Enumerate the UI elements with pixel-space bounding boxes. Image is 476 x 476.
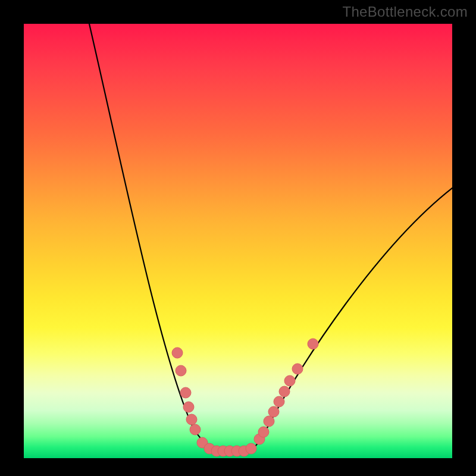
data-marker xyxy=(246,443,256,454)
data-marker xyxy=(284,375,295,386)
chart-svg xyxy=(24,24,452,458)
data-marker xyxy=(186,414,197,425)
data-marker xyxy=(180,387,191,398)
data-marker xyxy=(268,406,279,417)
data-marker xyxy=(308,339,318,349)
data-marker xyxy=(190,424,201,435)
data-marker xyxy=(279,386,290,397)
data-marker xyxy=(183,402,194,412)
bottleneck-curve xyxy=(89,24,452,451)
data-marker xyxy=(258,427,269,437)
plot-area xyxy=(24,24,452,458)
data-marker xyxy=(264,416,274,427)
data-marker xyxy=(292,364,303,374)
data-marker xyxy=(176,365,186,376)
watermark-text: TheBottleneck.com xyxy=(342,4,468,20)
data-marker xyxy=(172,347,183,358)
marker-group xyxy=(172,339,318,456)
outer-frame: TheBottleneck.com xyxy=(0,0,476,476)
data-marker xyxy=(274,396,284,407)
